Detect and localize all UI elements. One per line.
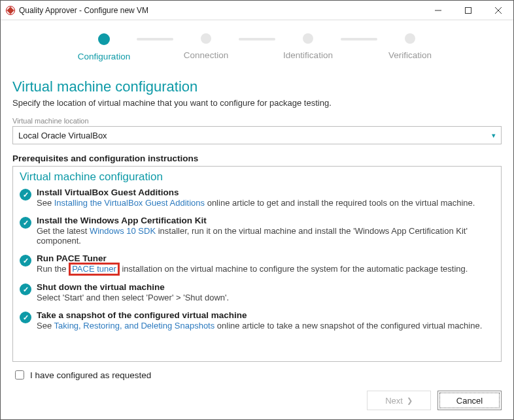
prereq-item: ✓ Take a snapshot of the configured virt… <box>20 310 494 331</box>
page-heading: Virtual machine configuration <box>12 78 502 95</box>
cancel-button[interactable]: Cancel <box>437 391 502 410</box>
vm-location-dropdown[interactable]: Local Oracle VirtualBox ▾ <box>12 126 502 144</box>
titlebar: Quality Approver - Configure new VM <box>1 1 513 20</box>
prereq-desc: Select 'Start' and then select 'Power' >… <box>37 293 494 302</box>
app-icon <box>6 6 15 15</box>
check-icon: ✓ <box>20 217 31 229</box>
instructions-panel: Virtual machine configuration ✓ Install … <box>12 166 502 362</box>
app-window: Quality Approver - Configure new VM Conf… <box>0 0 514 420</box>
highlight-annotation: PACE tuner <box>69 263 120 276</box>
prereq-item: ✓ Shut down the virtual machine Select '… <box>20 282 494 302</box>
prereq-item: ✓ Run PACE Tuner Run the PACE tuner inst… <box>20 253 494 274</box>
step-connector <box>341 38 377 40</box>
window-title: Quality Approver - Configure new VM <box>19 6 148 15</box>
step-connection: Connection <box>173 33 239 60</box>
instructions-scroll[interactable]: Virtual machine configuration ✓ Install … <box>13 167 501 361</box>
confirm-row[interactable]: I have configured as requested <box>12 362 502 384</box>
step-label: Connection <box>184 50 228 60</box>
step-dot-icon <box>405 33 415 44</box>
button-bar: Next ❯ Cancel <box>1 384 513 419</box>
prereq-title: Install the Windows App Certification Ki… <box>37 216 494 225</box>
check-icon: ✓ <box>20 312 31 323</box>
step-label: Identification <box>283 50 333 60</box>
prereq-desc: See Taking, Restoring, and Deleting Snap… <box>37 321 494 331</box>
step-label: Configuration <box>78 52 130 61</box>
link-guest-additions[interactable]: Installing the VirtualBox Guest Addition… <box>54 198 205 208</box>
step-verification: Verification <box>377 33 443 60</box>
prereq-item: ✓ Install the Windows App Certification … <box>20 216 494 246</box>
link-pace-tuner[interactable]: PACE tuner <box>72 264 116 274</box>
step-dot-icon <box>303 33 313 44</box>
page-subtitle: Specify the location of virtual machine … <box>12 98 502 108</box>
prereq-title: Install VirtualBox Guest Additions <box>37 187 494 197</box>
next-button[interactable]: Next ❯ <box>367 391 431 410</box>
chevron-down-icon: ▾ <box>492 131 496 140</box>
step-configuration: Configuration <box>71 33 137 61</box>
prereq-desc: Run the PACE tuner installation on the v… <box>37 264 494 274</box>
vm-location-label: Virtual machine location <box>12 117 502 125</box>
step-connector <box>137 38 173 40</box>
step-dot-icon <box>201 33 211 44</box>
prereq-title: Take a snapshot of the configured virtua… <box>37 310 494 320</box>
maximize-button[interactable] <box>453 1 483 20</box>
step-identification: Identification <box>275 33 341 60</box>
check-icon: ✓ <box>20 283 31 295</box>
confirm-checkbox[interactable] <box>15 370 24 380</box>
step-label: Verification <box>388 50 432 60</box>
prereq-desc: Get the latest Windows 10 SDK installer,… <box>37 226 494 246</box>
close-button[interactable] <box>483 1 513 20</box>
step-dot-icon <box>98 33 110 45</box>
prereq-heading: Prerequisites and configuration instruct… <box>12 153 502 163</box>
confirm-label: I have configured as requested <box>30 370 151 380</box>
content-area: Virtual machine configuration Specify th… <box>1 68 513 384</box>
link-windows-sdk[interactable]: Windows 10 SDK <box>90 226 156 236</box>
svg-rect-1 <box>466 7 471 13</box>
prereq-title: Run PACE Tuner <box>37 253 494 263</box>
prereq-title: Shut down the virtual machine <box>37 282 494 292</box>
link-snapshots[interactable]: Taking, Restoring, and Deleting Snapshot… <box>54 321 215 331</box>
check-icon: ✓ <box>20 189 31 201</box>
chevron-right-icon: ❯ <box>407 396 413 405</box>
instructions-subheading: Virtual machine configuration <box>20 170 494 184</box>
vm-location-value: Local Oracle VirtualBox <box>18 131 107 140</box>
wizard-stepper: Configuration Connection Identification … <box>1 20 513 68</box>
prereq-desc: See Installing the VirtualBox Guest Addi… <box>37 198 494 208</box>
check-icon: ✓ <box>20 255 31 267</box>
prereq-item: ✓ Install VirtualBox Guest Additions See… <box>20 187 494 208</box>
minimize-button[interactable] <box>423 1 453 20</box>
step-connector <box>239 38 275 40</box>
